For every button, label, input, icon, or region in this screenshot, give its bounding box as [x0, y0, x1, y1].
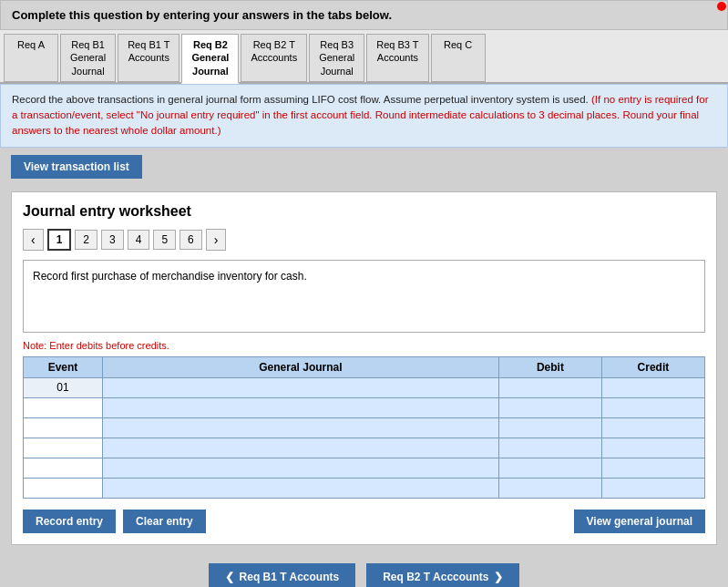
note-text: Note: Enter debits before credits.: [23, 340, 705, 351]
table-row: [24, 478, 705, 498]
credit-input-4[interactable]: [606, 441, 701, 455]
debit-cell-6[interactable]: [498, 478, 601, 498]
info-text-before-red: Record the above transactions in general…: [12, 94, 591, 105]
credit-cell-2[interactable]: [601, 397, 704, 417]
action-buttons: Record entry Clear entry View general jo…: [23, 510, 705, 533]
event-cell-1: 01: [24, 377, 103, 397]
view-transaction-button[interactable]: View transaction list: [11, 155, 142, 179]
prev-arrow-icon: ❮: [225, 571, 234, 583]
gj-input-4[interactable]: [107, 441, 495, 455]
next-arrow-icon: ❯: [494, 571, 503, 583]
description-box: Record first purchase of merchandise inv…: [23, 260, 705, 333]
page-next-arrow[interactable]: ›: [206, 229, 227, 251]
page-6[interactable]: 6: [179, 230, 202, 250]
credit-input-1[interactable]: [606, 381, 701, 395]
debit-input-2[interactable]: [503, 401, 598, 415]
debit-cell-4[interactable]: [498, 438, 601, 458]
credit-cell-5[interactable]: [601, 458, 704, 478]
event-cell-5: [24, 458, 103, 478]
red-dot-indicator: [717, 2, 726, 11]
debit-cell-5[interactable]: [498, 458, 601, 478]
worksheet-card: Journal entry worksheet ‹ 1 2 3 4 5 6 › …: [11, 191, 717, 545]
credit-cell-6[interactable]: [601, 478, 704, 498]
table-row: [24, 417, 705, 438]
col-header-credit: Credit: [601, 356, 704, 377]
gj-cell-2[interactable]: [102, 397, 498, 417]
view-general-journal-button[interactable]: View general journal: [574, 510, 705, 533]
page-1[interactable]: 1: [47, 229, 72, 251]
page-2[interactable]: 2: [75, 230, 97, 250]
credit-input-6[interactable]: [606, 481, 701, 495]
credit-input-2[interactable]: [606, 401, 701, 415]
description-text: Record first purchase of merchandise inv…: [33, 270, 307, 283]
table-row: 01: [24, 377, 705, 397]
table-row: [24, 397, 705, 417]
gj-cell-3[interactable]: [102, 417, 498, 438]
tab-req-b2-t[interactable]: Req B2 TAcccounts: [241, 34, 307, 82]
gj-input-1[interactable]: [107, 381, 495, 395]
gj-cell-5[interactable]: [102, 458, 498, 478]
tab-req-b1-t[interactable]: Req B1 TAccounts: [118, 34, 179, 82]
gj-cell-6[interactable]: [102, 478, 498, 498]
event-cell-2: [24, 397, 103, 417]
debit-input-4[interactable]: [503, 441, 598, 455]
credit-cell-1[interactable]: [601, 377, 704, 397]
gj-cell-1[interactable]: [102, 377, 498, 397]
tab-req-c[interactable]: Req C: [431, 34, 486, 82]
gj-cell-4[interactable]: [102, 438, 498, 458]
pagination: ‹ 1 2 3 4 5 6 ›: [23, 229, 705, 251]
col-header-gj: General Journal: [102, 356, 498, 377]
page-prev-arrow[interactable]: ‹: [23, 229, 44, 251]
tab-req-b3-t[interactable]: Req B3 TAccounts: [366, 34, 428, 82]
tab-req-b2-gj[interactable]: Req B2GeneralJournal: [181, 34, 239, 84]
prev-nav-button[interactable]: ❮ Req B1 T Accounts: [209, 563, 356, 587]
clear-entry-button[interactable]: Clear entry: [123, 510, 206, 533]
debit-cell-2[interactable]: [498, 397, 601, 417]
event-cell-3: [24, 417, 103, 438]
credit-input-3[interactable]: [606, 421, 701, 435]
next-nav-button[interactable]: Req B2 T Acccounts ❯: [366, 563, 519, 587]
table-row: [24, 438, 705, 458]
page-5[interactable]: 5: [153, 230, 176, 250]
event-cell-6: [24, 478, 103, 498]
prev-nav-label: Req B1 T Accounts: [240, 571, 340, 583]
record-entry-button[interactable]: Record entry: [23, 510, 116, 533]
gj-input-3[interactable]: [107, 421, 495, 435]
credit-cell-3[interactable]: [601, 417, 704, 438]
tab-req-a[interactable]: Req A: [4, 34, 58, 82]
next-nav-label: Req B2 T Acccounts: [383, 571, 488, 583]
info-box: Record the above transactions in general…: [0, 84, 728, 148]
col-header-event: Event: [24, 356, 103, 377]
bottom-nav: ❮ Req B1 T Accounts Req B2 T Acccounts ❯: [0, 551, 728, 587]
col-header-debit: Debit: [498, 356, 601, 377]
debit-input-1[interactable]: [503, 381, 598, 395]
credit-cell-4[interactable]: [601, 438, 704, 458]
debit-input-5[interactable]: [503, 461, 598, 475]
event-cell-4: [24, 438, 103, 458]
instruction-text: Complete this question by entering your …: [12, 8, 392, 22]
gj-input-6[interactable]: [107, 481, 495, 495]
journal-table: Event General Journal Debit Credit 01: [23, 356, 705, 499]
debit-input-3[interactable]: [503, 421, 598, 435]
debit-cell-1[interactable]: [498, 377, 601, 397]
table-row: [24, 458, 705, 478]
page-4[interactable]: 4: [128, 230, 150, 250]
credit-input-5[interactable]: [606, 461, 701, 475]
debit-input-6[interactable]: [503, 481, 598, 495]
tab-req-b3-gj[interactable]: Req B3GeneralJournal: [309, 34, 364, 82]
worksheet-title: Journal entry worksheet: [23, 203, 705, 220]
tab-req-b1-gj[interactable]: Req B1GeneralJournal: [60, 34, 116, 82]
gj-input-5[interactable]: [107, 461, 495, 475]
instruction-bar: Complete this question by entering your …: [0, 0, 728, 30]
page-3[interactable]: 3: [101, 230, 124, 250]
gj-input-2[interactable]: [107, 401, 495, 415]
view-transaction-btn-container: View transaction list: [11, 155, 142, 179]
tabs-row: Req A Req B1GeneralJournal Req B1 TAccou…: [0, 30, 728, 84]
debit-cell-3[interactable]: [498, 417, 601, 438]
